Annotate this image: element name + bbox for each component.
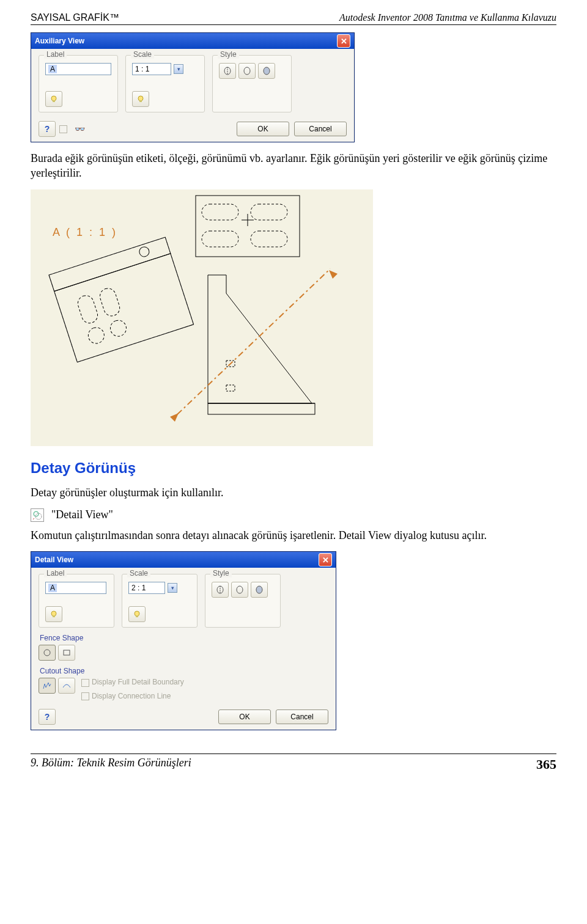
checkbox-conn-line (81, 692, 89, 700)
section-heading-detail-view: Detay Görünüş (31, 460, 556, 477)
ok-button[interactable]: OK (237, 122, 289, 136)
svg-point-35 (135, 611, 139, 616)
svg-rect-10 (251, 204, 287, 220)
close-icon[interactable]: ✕ (337, 34, 350, 48)
paragraph-2: Detay görünüşler oluşturmak için kullanı… (31, 485, 556, 500)
svg-point-22 (138, 245, 150, 257)
fence-circle-icon[interactable] (39, 645, 56, 661)
drawing-illustration: A ( 1 : 1 ) (31, 189, 373, 446)
fence-shape-label: Fence Shape (40, 634, 328, 642)
svg-point-0 (51, 96, 56, 101)
scale-input[interactable]: 1 : 1 (132, 63, 171, 75)
bulb-icon[interactable] (45, 91, 62, 107)
group-legend: Label (44, 569, 67, 578)
label-conn-line: Display Connection Line (92, 692, 171, 700)
style-shaded-icon[interactable] (251, 582, 268, 598)
svg-point-2 (138, 96, 143, 101)
page-footer: 9. Bölüm: Teknik Resim Görünüşleri 365 (31, 754, 556, 772)
dialog-titlebar[interactable]: Detail View ✕ (31, 552, 336, 568)
bulb-icon[interactable] (132, 91, 149, 107)
style-hidden-icon[interactable] (219, 63, 236, 79)
scale-group: Scale 2 : 1 ▾ (122, 574, 198, 628)
detail-view-dialog: Detail View ✕ Label A Scale 2 : 1 ▾ (31, 551, 336, 730)
svg-rect-11 (202, 231, 238, 247)
header-left: SAYISAL GRAFİK™ (31, 12, 119, 23)
label-group: Label A (39, 574, 114, 628)
svg-rect-18 (76, 293, 100, 325)
label-input[interactable]: A (45, 63, 111, 75)
style-hidden-icon[interactable] (212, 582, 229, 598)
header-right: Autodesk Inventor 2008 Tanıtma ve Kullan… (339, 12, 556, 23)
svg-rect-12 (251, 231, 287, 247)
svg-rect-16 (49, 237, 171, 291)
view-label-a: A ( 1 : 1 ) (53, 226, 117, 239)
help-icon[interactable]: ? (39, 709, 56, 725)
svg-point-7 (264, 67, 270, 75)
label-value: A (48, 65, 57, 73)
svg-line-28 (177, 269, 330, 414)
dialog-titlebar[interactable]: Auxiliary View ✕ (31, 33, 354, 49)
chevron-down-icon[interactable]: ▾ (174, 64, 183, 74)
auxiliary-view-dialog: Auxiliary View ✕ Label A Scale 1 : (31, 32, 355, 142)
svg-rect-27 (226, 385, 235, 391)
label-group: Label A (39, 55, 118, 112)
cancel-button[interactable]: Cancel (276, 710, 328, 724)
scale-group: Scale 1 : 1 ▾ (125, 55, 205, 112)
help-icon[interactable]: ? (39, 121, 56, 137)
fence-rect-icon[interactable] (58, 645, 75, 661)
svg-rect-20 (86, 325, 106, 345)
svg-rect-25 (208, 403, 315, 414)
page-number: 365 (536, 757, 556, 772)
style-nohidden-icon[interactable] (231, 582, 248, 598)
chevron-down-icon[interactable]: ▾ (168, 583, 177, 593)
group-legend: Style (218, 50, 239, 59)
svg-rect-21 (108, 318, 128, 338)
cutout-jagged-icon[interactable] (39, 678, 56, 694)
label-input[interactable]: A (45, 582, 106, 594)
dialog-title: Detail View (35, 556, 73, 564)
svg-point-41 (44, 650, 50, 656)
svg-rect-19 (98, 286, 122, 318)
checkbox-disabled (59, 125, 67, 133)
cutout-smooth-icon[interactable] (58, 678, 75, 694)
svg-marker-29 (329, 270, 338, 279)
group-legend: Style (210, 569, 232, 578)
cancel-button[interactable]: Cancel (294, 122, 347, 136)
svg-point-33 (51, 611, 56, 616)
footer-left: 9. Bölüm: Teknik Resim Görünüşleri (31, 757, 191, 772)
checkbox-full-boundary (81, 679, 89, 687)
close-icon[interactable]: ✕ (319, 553, 332, 566)
svg-marker-30 (170, 413, 179, 422)
style-shaded-icon[interactable] (258, 63, 275, 79)
paragraph-3: Komutun çalıştırılmasından sonra detayı … (31, 528, 556, 543)
bulb-icon[interactable] (128, 606, 146, 622)
group-legend: Scale (131, 50, 154, 59)
ok-button[interactable]: OK (218, 710, 271, 724)
svg-point-39 (237, 586, 243, 593)
cutout-shape-label: Cutout Shape (40, 667, 328, 675)
svg-rect-34 (53, 615, 55, 617)
svg-rect-3 (139, 100, 142, 102)
svg-rect-42 (64, 650, 70, 655)
style-group: Style (205, 574, 281, 628)
label-value: A (48, 584, 57, 592)
svg-point-6 (244, 67, 250, 75)
page-header: SAYISAL GRAFİK™ Autodesk Inventor 2008 T… (31, 12, 556, 25)
svg-rect-15 (49, 237, 194, 362)
svg-rect-36 (136, 615, 138, 617)
glasses-icon: 👓 (71, 121, 88, 137)
svg-rect-1 (53, 100, 55, 102)
group-legend: Scale (127, 569, 150, 578)
scale-input[interactable]: 2 : 1 (128, 582, 165, 594)
style-group: Style (212, 55, 292, 112)
group-legend: Label (44, 50, 67, 59)
dialog-title: Auxiliary View (35, 37, 84, 45)
paragraph-1: Burada eğik görünüşün etiketi, ölçeği, g… (31, 151, 556, 181)
label-full-boundary: Display Full Detail Boundary (92, 678, 184, 686)
svg-rect-17 (54, 253, 194, 362)
bulb-icon[interactable] (45, 606, 62, 622)
command-line: "Detail View" (31, 508, 556, 522)
style-nohidden-icon[interactable] (238, 63, 256, 79)
command-name: "Detail View" (51, 508, 113, 521)
svg-rect-9 (202, 204, 238, 220)
